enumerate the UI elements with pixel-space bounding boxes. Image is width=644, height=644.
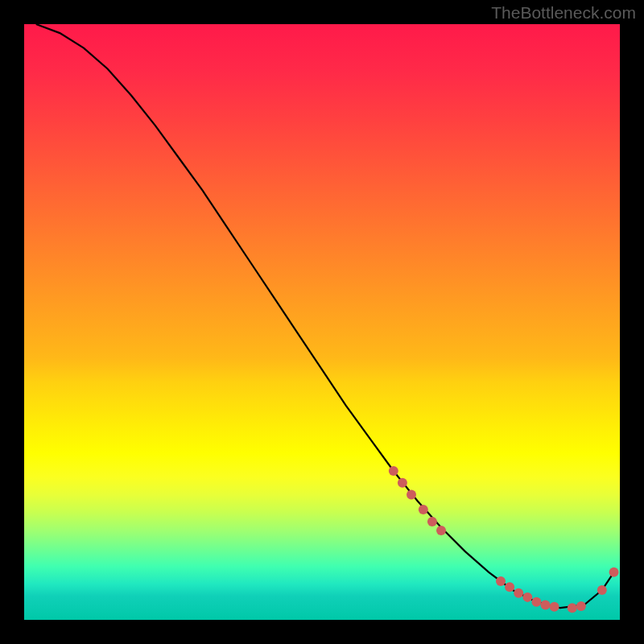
data-point-marker — [398, 478, 407, 488]
chart-svg — [24, 24, 620, 620]
watermark-text: TheBottleneck.com — [491, 3, 636, 23]
data-point-marker — [505, 582, 514, 592]
data-point-marker — [427, 517, 437, 526]
data-point-marker — [436, 526, 446, 535]
data-point-marker — [522, 592, 532, 602]
data-point-marker — [496, 576, 506, 586]
data-point-marker — [514, 588, 523, 598]
data-point-marker — [597, 585, 607, 595]
data-point-marker — [531, 597, 541, 607]
data-point-marker — [407, 490, 416, 500]
data-point-marker — [389, 466, 398, 476]
bottleneck-curve — [36, 24, 614, 608]
data-point-marker — [541, 601, 551, 610]
data-point-marker — [419, 505, 428, 514]
data-markers — [389, 466, 619, 613]
data-point-marker — [576, 601, 586, 611]
data-point-marker — [550, 602, 559, 612]
data-point-marker — [568, 603, 577, 613]
data-point-marker — [609, 568, 619, 577]
plot-area — [24, 24, 620, 620]
